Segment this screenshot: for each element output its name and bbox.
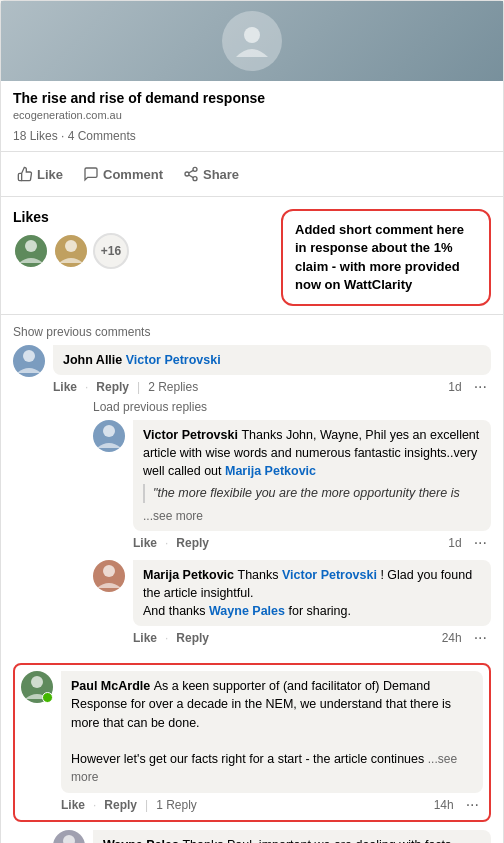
comment-body-paul: Paul McArdle As a keen supporter of (and… (61, 671, 483, 813)
avatar-2 (53, 233, 89, 269)
comment-name-link-victor[interactable]: Victor Petrovski (126, 353, 221, 367)
time-paul: 14h (434, 798, 454, 812)
comment-body-wayne-1: Wayne Pales Thanks Paul, important we ar… (93, 830, 491, 843)
likes-section: Likes +16 Added short com (1, 201, 503, 310)
svg-point-1 (193, 168, 197, 172)
link-victor-marija[interactable]: Victor Petrovski (282, 568, 377, 582)
avatar-plus-count: +16 (93, 233, 129, 269)
avatar-john-allie (13, 345, 45, 377)
share-button[interactable]: Share (175, 160, 247, 188)
time-john: 1d (448, 380, 461, 394)
callout-bubble: Added short comment here in response abo… (281, 209, 491, 306)
svg-point-12 (63, 835, 75, 843)
comments-section: John Allie Victor Petrovski Like · Reply… (1, 345, 503, 843)
actions-paul: Like · Reply | 1 Reply 14h ··· (61, 796, 483, 814)
more-marija[interactable]: ··· (470, 629, 491, 647)
name-victor-nested: Victor Petrovski (143, 428, 241, 442)
name-paul: Paul McArdle (71, 679, 154, 693)
comment-body-marija: Marija Petkovic Thanks Victor Petrovski … (133, 560, 491, 647)
svg-point-6 (25, 240, 37, 252)
like-victor-nested[interactable]: Like (133, 536, 157, 550)
post-image-icon (222, 11, 282, 71)
thumbs-up-icon (17, 166, 33, 182)
comment-bubble-victor-nested: Victor Petrovski Thanks John, Wayne, Phi… (133, 420, 491, 531)
avatar-marija (93, 560, 125, 592)
svg-point-0 (244, 27, 260, 43)
comment-paul: Paul McArdle As a keen supporter of (and… (13, 663, 491, 821)
see-more-victor[interactable]: ...see more (143, 509, 203, 523)
likes-title: Likes (13, 209, 273, 225)
text-marija-1: Thanks (238, 568, 282, 582)
comment-marija: Marija Petkovic Thanks Victor Petrovski … (93, 560, 491, 647)
more-paul[interactable]: ··· (462, 796, 483, 814)
svg-point-11 (31, 676, 43, 688)
comment-victor-nested: Victor Petrovski Thanks John, Wayne, Phi… (93, 420, 491, 552)
comment-wayne-1: Wayne Pales Thanks Paul, important we ar… (53, 830, 491, 843)
quote-victor: "the more flexibile you are the more opp… (143, 484, 481, 502)
avatar-1 (13, 233, 49, 269)
like-john[interactable]: Like (53, 380, 77, 394)
reply-marija[interactable]: Reply (176, 631, 209, 645)
time-victor-nested: 1d (448, 536, 461, 550)
comment-name-john: John Allie (63, 353, 126, 367)
post-image (1, 1, 503, 81)
comment-body-victor-nested: Victor Petrovski Thanks John, Wayne, Phi… (133, 420, 491, 552)
reply-victor-nested[interactable]: Reply (176, 536, 209, 550)
more-john[interactable]: ··· (470, 378, 491, 396)
share-icon (183, 166, 199, 182)
post-title: The rise and rise of demand response (13, 89, 491, 107)
post-title-section: The rise and rise of demand response eco… (1, 81, 503, 125)
more-victor-nested[interactable]: ··· (470, 534, 491, 552)
svg-point-9 (103, 425, 115, 437)
text-paul-2: However let's get our facts right for a … (71, 752, 424, 766)
svg-point-7 (65, 240, 77, 252)
reply-count-paul: 1 Reply (156, 798, 197, 812)
nested-john: Load previous replies Victor Petrovski (93, 396, 491, 647)
comment-bubble-marija: Marija Petkovic Thanks Victor Petrovski … (133, 560, 491, 626)
reply-paul[interactable]: Reply (104, 798, 137, 812)
post-stats: 18 Likes · 4 Comments (1, 125, 503, 147)
post-source: ecogeneration.com.au (13, 109, 491, 121)
svg-point-8 (23, 350, 35, 362)
svg-point-2 (185, 172, 189, 176)
like-paul[interactable]: Like (61, 798, 85, 812)
time-marija: 24h (442, 631, 462, 645)
action-bar: Like Comment Share (1, 156, 503, 192)
link-marija[interactable]: Marija Petkovic (225, 464, 316, 478)
text-marija-4: for sharing. (288, 604, 351, 618)
link-wayne-marija[interactable]: Wayne Pales (209, 604, 285, 618)
comment-bubble-paul: Paul McArdle As a keen supporter of (and… (61, 671, 483, 792)
comment-john-allie: John Allie Victor Petrovski Like · Reply… (13, 345, 491, 655)
svg-line-5 (189, 171, 194, 174)
like-marija[interactable]: Like (133, 631, 157, 645)
actions-marija: Like · Reply 24h ··· (133, 629, 491, 647)
name-marija: Marija Petkovic (143, 568, 238, 582)
avatars-row: +16 (13, 233, 273, 269)
text-marija-3: And thanks (143, 604, 209, 618)
comment-bubble-wayne-1: Wayne Pales Thanks Paul, important we ar… (93, 830, 491, 843)
load-replies-john[interactable]: Load previous replies (93, 396, 491, 420)
show-previous-comments[interactable]: Show previous comments (1, 319, 503, 345)
like-button[interactable]: Like (9, 160, 71, 188)
comment-icon (83, 166, 99, 182)
svg-line-4 (189, 175, 194, 178)
avatar-wayne-1 (53, 830, 85, 843)
nested-wayne-paul: Wayne Pales Thanks Paul, important we ar… (53, 830, 491, 843)
comment-actions-john: Like · Reply | 2 Replies 1d ··· (53, 378, 491, 396)
post-card: The rise and rise of demand response eco… (0, 0, 504, 843)
comment-bubble-john: John Allie Victor Petrovski (53, 345, 491, 375)
avatar-paul (21, 671, 53, 703)
avatar-victor-nested (93, 420, 125, 452)
reply-john[interactable]: Reply (96, 380, 129, 394)
reply-count-john: 2 Replies (148, 380, 198, 394)
svg-point-3 (193, 177, 197, 181)
comment-body-john: John Allie Victor Petrovski Like · Reply… (53, 345, 491, 655)
name-wayne-1: Wayne Pales (103, 838, 182, 843)
comment-button[interactable]: Comment (75, 160, 171, 188)
svg-point-10 (103, 565, 115, 577)
actions-victor-nested: Like · Reply 1d ··· (133, 534, 491, 552)
callout-container: Added short comment here in response abo… (281, 209, 491, 306)
